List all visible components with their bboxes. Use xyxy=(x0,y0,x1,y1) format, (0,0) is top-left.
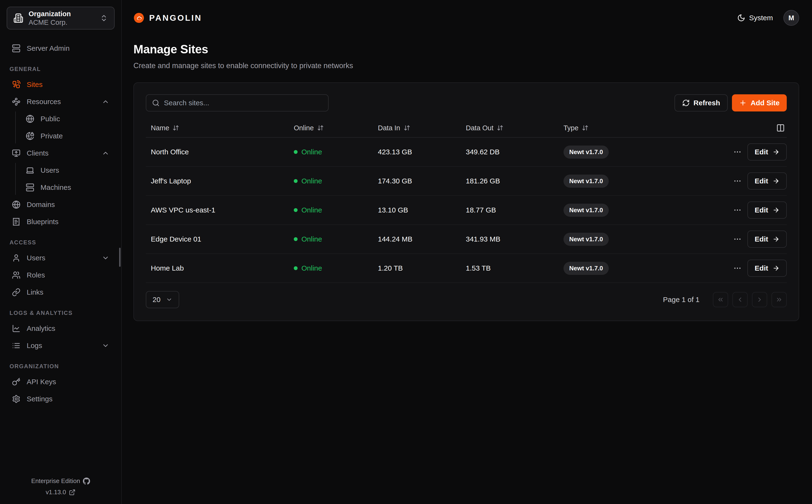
section-label-organization: ORGANIZATION xyxy=(10,363,115,370)
site-data-in: 144.24 MB xyxy=(373,235,461,243)
refresh-button[interactable]: Refresh xyxy=(675,94,728,111)
sidebar-item-logs[interactable]: Logs xyxy=(7,338,115,353)
ellipsis-icon xyxy=(733,264,742,272)
pagination-right: Page 1 of 1 xyxy=(663,292,787,307)
chevron-right-icon xyxy=(756,296,763,303)
prev-page-button[interactable] xyxy=(732,292,748,307)
section-label-logs-analytics: LOGS & ANALYTICS xyxy=(10,310,115,316)
sidebar-item-clients[interactable]: Clients xyxy=(7,146,115,161)
edit-button[interactable]: Edit xyxy=(747,202,787,219)
edition-label: Enterprise Edition xyxy=(31,477,80,485)
online-dot-icon xyxy=(294,266,298,270)
sidebar-item-roles[interactable]: Roles xyxy=(7,268,115,282)
search-box[interactable] xyxy=(146,94,329,111)
row-actions: Edit xyxy=(715,143,787,161)
globe-lock-icon xyxy=(26,132,34,140)
organization-switcher[interactable]: Organization ACME Corp. xyxy=(7,7,115,30)
list-icon xyxy=(12,341,20,350)
server-icon xyxy=(26,183,34,192)
last-page-button[interactable] xyxy=(771,292,787,307)
row-menu-button[interactable] xyxy=(733,175,742,187)
edit-button[interactable]: Edit xyxy=(747,260,787,277)
search-input[interactable] xyxy=(164,99,322,107)
sidebar-item-settings[interactable]: Settings xyxy=(7,392,115,406)
row-menu-button[interactable] xyxy=(733,233,742,245)
github-icon[interactable] xyxy=(83,478,90,485)
site-type: Newt v1.7.0 xyxy=(558,204,715,217)
page-size-select[interactable]: 20 xyxy=(146,291,179,308)
sidebar-item-blueprints[interactable]: Blueprints xyxy=(7,214,115,229)
arrow-right-icon xyxy=(772,265,780,272)
pagination-buttons xyxy=(713,292,787,307)
site-data-out: 341.93 MB xyxy=(461,235,558,243)
laptop-icon xyxy=(26,166,34,175)
column-header-actions xyxy=(715,124,787,132)
column-header-data-out[interactable]: Data Out xyxy=(461,124,558,132)
resources-subgroup: Public Private xyxy=(15,111,115,143)
avatar[interactable]: M xyxy=(783,10,799,26)
column-header-type[interactable]: Type xyxy=(558,124,715,132)
sidebar-item-label: Settings xyxy=(27,395,109,403)
sidebar-item-domains[interactable]: Domains xyxy=(7,197,115,212)
page-info: Page 1 of 1 xyxy=(663,296,700,304)
globe-icon xyxy=(12,200,20,209)
sidebar-item-server-admin[interactable]: Server Admin xyxy=(7,41,115,56)
site-name: AWS VPC us-east-1 xyxy=(146,206,289,214)
chevron-left-icon xyxy=(736,296,744,303)
site-status: Online xyxy=(289,235,373,243)
sidebar-item-label: Links xyxy=(27,288,109,296)
site-data-in: 174.30 GB xyxy=(373,177,461,185)
online-dot-icon xyxy=(294,150,298,154)
row-menu-button[interactable] xyxy=(733,204,742,216)
user-icon xyxy=(12,254,20,262)
sidebar-item-sites[interactable]: Sites xyxy=(7,77,115,92)
brand[interactable]: PANGOLIN xyxy=(133,12,202,23)
ellipsis-icon xyxy=(733,235,742,243)
add-site-label: Add Site xyxy=(751,99,780,107)
add-site-button[interactable]: Add Site xyxy=(732,94,787,111)
row-actions: Edit xyxy=(715,231,787,248)
page-size-value: 20 xyxy=(152,296,160,304)
row-menu-button[interactable] xyxy=(733,262,742,274)
sidebar-item-client-users[interactable]: Users xyxy=(23,163,115,178)
first-page-button[interactable] xyxy=(713,292,728,307)
edit-button[interactable]: Edit xyxy=(747,231,787,248)
site-status: Online xyxy=(289,206,373,214)
version-label: v1.13.0 xyxy=(46,489,66,496)
site-type: Newt v1.7.0 xyxy=(558,146,715,159)
edit-button[interactable]: Edit xyxy=(747,143,787,161)
sidebar-item-public[interactable]: Public xyxy=(23,111,115,126)
site-data-out: 18.77 GB xyxy=(461,206,558,214)
edit-button[interactable]: Edit xyxy=(747,172,787,190)
sidebar-item-label: Server Admin xyxy=(27,44,109,52)
site-status: Online xyxy=(289,148,373,156)
sidebar-scrollbar-thumb[interactable] xyxy=(119,248,121,267)
table-header: Name Online Data In Data Out Type xyxy=(146,119,787,138)
arrow-right-icon xyxy=(772,236,780,243)
arrow-right-icon xyxy=(772,207,780,214)
gear-icon xyxy=(12,395,20,403)
row-actions: Edit xyxy=(715,260,787,277)
row-actions: Edit xyxy=(715,172,787,190)
column-header-data-in[interactable]: Data In xyxy=(373,124,461,132)
sidebar-item-resources[interactable]: Resources xyxy=(7,94,115,109)
site-name: Home Lab xyxy=(146,264,289,272)
column-header-name[interactable]: Name xyxy=(146,124,289,132)
version-row[interactable]: v1.13.0 xyxy=(0,489,121,496)
sidebar-item-links[interactable]: Links xyxy=(7,285,115,300)
sidebar-item-machines[interactable]: Machines xyxy=(23,180,115,195)
sidebar-item-api-keys[interactable]: API Keys xyxy=(7,374,115,389)
chevron-up-icon xyxy=(102,98,109,106)
sidebar-item-analytics[interactable]: Analytics xyxy=(7,321,115,336)
sidebar-item-private[interactable]: Private xyxy=(23,129,115,143)
column-visibility-button[interactable] xyxy=(776,124,785,132)
column-header-online[interactable]: Online xyxy=(289,124,373,132)
sidebar-nav: Server Admin GENERAL Sites Resources Pub… xyxy=(0,36,121,477)
next-page-button[interactable] xyxy=(752,292,767,307)
ellipsis-icon xyxy=(733,206,742,214)
theme-toggle[interactable]: System xyxy=(737,14,773,22)
sidebar-item-label: Clients xyxy=(27,149,96,157)
table-row: Jeff's Laptop Online 174.30 GB 181.26 GB… xyxy=(146,167,787,196)
row-menu-button[interactable] xyxy=(733,146,742,158)
sidebar-item-users[interactable]: Users xyxy=(7,251,115,265)
